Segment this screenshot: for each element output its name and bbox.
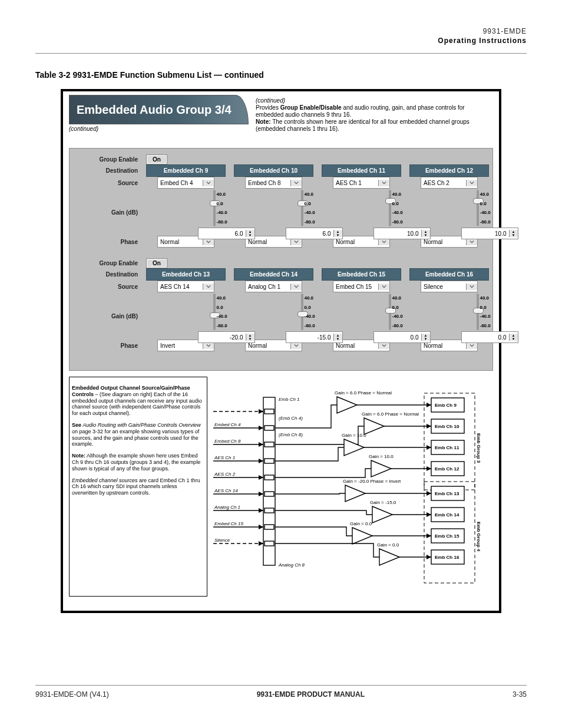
svg-text:Emb Ch 14: Emb Ch 14	[435, 512, 459, 518]
svg-text:Gain = -15.0: Gain = -15.0	[370, 500, 396, 505]
group-enable-toggle[interactable]: On	[146, 154, 167, 164]
svg-rect-5	[265, 475, 274, 480]
svg-text:Silence: Silence	[214, 538, 230, 543]
destination-header: Embedded Ch 10	[234, 164, 313, 177]
label-phase: Phase	[73, 239, 138, 245]
chevron-down-icon	[378, 180, 389, 186]
source-select[interactable]: Embed Ch 15	[333, 281, 390, 292]
chevron-down-icon	[203, 284, 214, 290]
svg-marker-50	[371, 460, 391, 477]
diagram-area: Embedded Output Channel Source/Gain/Phas…	[69, 377, 493, 597]
svg-rect-3	[265, 442, 274, 447]
gain-stepper[interactable]: 6.0 ▲▼	[198, 228, 255, 239]
svg-text:Emb Ch 12: Emb Ch 12	[435, 466, 459, 472]
chevron-down-icon	[290, 284, 302, 290]
svg-rect-2	[265, 426, 274, 430]
svg-text:AES Ch 1: AES Ch 1	[214, 455, 235, 460]
footer-title: 9931-EMDE PRODUCT MANUAL	[35, 690, 527, 699]
svg-rect-9	[265, 541, 274, 546]
svg-text:Emb Group 3: Emb Group 3	[476, 433, 481, 463]
tab-continued: (continued)	[69, 126, 249, 132]
svg-rect-8	[265, 525, 274, 529]
svg-marker-70	[379, 549, 399, 565]
svg-text:Emb Ch 9: Emb Ch 9	[435, 403, 457, 408]
destination-header: Embedded Ch 13	[146, 268, 226, 281]
chevron-down-icon	[203, 239, 214, 245]
svg-marker-35	[337, 397, 357, 413]
source-select[interactable]: AES Ch 14	[157, 281, 214, 292]
chevron-down-icon	[290, 342, 302, 349]
audio-panel: Group EnableOnDestinationEmbedded Ch 9Em…	[69, 148, 493, 371]
gain-stepper[interactable]: 10.0 ▲▼	[373, 228, 431, 239]
label-gain: Gain (dB)	[73, 313, 138, 319]
stepper-icon: ▲▼	[421, 334, 430, 341]
page-footer: 9931-EMDE-OM (V4.1) 3-35 9931-EMDE PRODU…	[35, 685, 527, 699]
label-destination: Destination	[73, 271, 138, 278]
gain-stepper[interactable]: 6.0 ▲▼	[286, 228, 343, 239]
source-select[interactable]: Analog Ch 1	[245, 281, 302, 292]
svg-marker-40	[364, 418, 384, 434]
svg-text:Gain = -20.0  Phase = Invert: Gain = -20.0 Phase = Invert	[343, 479, 401, 484]
tab-row: Embedded Audio Group 3/4 (continued) (co…	[69, 95, 493, 135]
label-phase: Phase	[73, 342, 138, 349]
svg-rect-1	[265, 409, 274, 414]
svg-marker-65	[352, 528, 372, 544]
destination-header: Embedded Ch 15	[322, 268, 401, 281]
chevron-down-icon	[378, 342, 389, 349]
label-group-enable: Group Enable	[73, 156, 138, 163]
gain-stepper[interactable]: -15.0 ▲▼	[286, 331, 343, 343]
gain-stepper[interactable]: 0.0 ▲▼	[461, 331, 518, 343]
chevron-down-icon	[290, 180, 302, 186]
tab-description: (continued) Provides Group Enable/Disabl…	[249, 95, 493, 135]
chevron-down-icon	[378, 284, 389, 290]
chevron-down-icon	[466, 239, 477, 245]
source-select[interactable]: Silence	[421, 281, 478, 292]
svg-text:Gain = 10.0: Gain = 10.0	[342, 433, 366, 438]
gain-stepper[interactable]: -20.0 ▲▼	[198, 331, 255, 343]
svg-text:Embed Ch 8: Embed Ch 8	[214, 439, 241, 444]
svg-text:Embed Ch 15: Embed Ch 15	[214, 521, 243, 526]
svg-text:Emb Ch 1: Emb Ch 1	[279, 397, 300, 402]
chevron-down-icon	[466, 180, 477, 186]
stepper-icon: ▲▼	[333, 334, 342, 341]
svg-text:Emb Ch 16: Emb Ch 16	[435, 555, 459, 560]
doc-model: 9931-EMDE	[483, 27, 527, 35]
footer-rev: 9931-EMDE-OM (V4.1)	[35, 690, 109, 699]
destination-header: Embedded Ch 11	[322, 164, 401, 177]
stepper-icon: ▲▼	[509, 230, 518, 237]
svg-text:Emb Group 4: Emb Group 4	[476, 522, 481, 552]
destination-header: Embedded Ch 12	[409, 164, 489, 177]
svg-text:Gain = 10.0: Gain = 10.0	[369, 454, 394, 459]
source-select[interactable]: AES Ch 2	[421, 177, 478, 189]
svg-text:Emb Ch 15: Emb Ch 15	[435, 533, 459, 539]
footer-page: 3-35	[513, 690, 527, 699]
source-select[interactable]: AES Ch 1	[333, 177, 390, 189]
source-select[interactable]: Embed Ch 8	[245, 177, 302, 189]
page-header: 9931-EMDE Operating Instructions	[35, 24, 527, 54]
main-box: Embedded Audio Group 3/4 (continued) (co…	[61, 89, 501, 613]
svg-text:AES Ch 2: AES Ch 2	[214, 472, 236, 477]
legend-box: Embedded Output Channel Source/Gain/Phas…	[69, 377, 207, 597]
stepper-icon: ▲▼	[333, 230, 342, 237]
routing-diagram: Emb Ch 1(Emb Ch 4)(Emb Ch 8)Analog Ch 8E…	[207, 377, 484, 595]
svg-text:Gain = 0.0: Gain = 0.0	[377, 542, 399, 548]
doc-title: Operating Instructions	[438, 37, 527, 45]
gain-stepper[interactable]: 10.0 ▲▼	[461, 228, 518, 239]
chevron-down-icon	[203, 342, 214, 349]
source-select[interactable]: Embed Ch 4	[157, 177, 214, 189]
svg-text:Emb Ch 10: Emb Ch 10	[435, 424, 459, 429]
svg-text:Emb Ch 11: Emb Ch 11	[435, 445, 459, 450]
stepper-icon: ▲▼	[246, 230, 254, 237]
group-enable-toggle[interactable]: On	[146, 258, 167, 268]
svg-text:Gain = 6.0  Phase = Normal: Gain = 6.0 Phase = Normal	[335, 390, 392, 396]
svg-text:Embed Ch 4: Embed Ch 4	[214, 422, 241, 427]
svg-text:(Emb Ch 8): (Emb Ch 8)	[279, 432, 303, 437]
page: 9931-EMDE Operating Instructions Table 3…	[0, 0, 562, 728]
tab-image: Embedded Audio Group 3/4 (continued)	[69, 95, 249, 124]
label-destination: Destination	[73, 167, 138, 174]
svg-marker-55	[345, 485, 365, 502]
svg-text:Emb Ch 13: Emb Ch 13	[435, 491, 459, 496]
gain-stepper[interactable]: 0.0 ▲▼	[373, 331, 431, 343]
chevron-down-icon	[290, 239, 302, 245]
stepper-icon: ▲▼	[421, 230, 430, 237]
